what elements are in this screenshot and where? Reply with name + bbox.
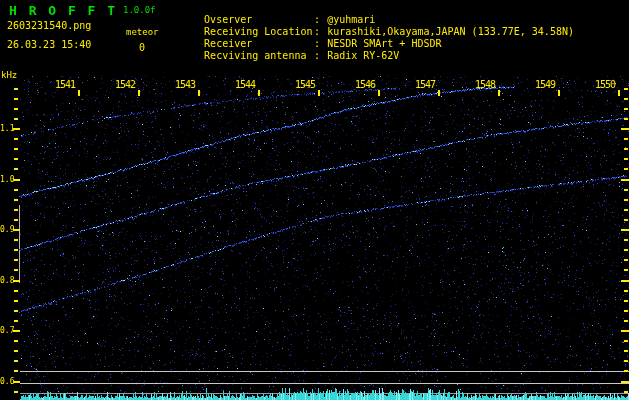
freq-tick-label: 0.6 bbox=[0, 377, 14, 386]
time-tick-label: 1543 bbox=[172, 79, 198, 90]
station-row-observer: Ovserver:@yuhmari bbox=[180, 3, 375, 14]
freq-axis-unit: kHz bbox=[1, 70, 17, 80]
time-tick-label: 1550 bbox=[592, 79, 618, 90]
freq-tick-label: 0.8 bbox=[0, 276, 14, 285]
freq-tick-label: 1.1 bbox=[0, 124, 14, 133]
app-title: H R O F F T bbox=[9, 3, 117, 18]
time-tick-label: 1549 bbox=[532, 79, 558, 90]
station-label: Recviving antenna bbox=[204, 50, 314, 61]
freq-tick-label: 1.0 bbox=[0, 175, 14, 184]
time-tick-label: 1546 bbox=[352, 79, 378, 90]
time-tick-label: 1545 bbox=[292, 79, 318, 90]
meteor-count-label: meteor bbox=[126, 27, 159, 37]
station-row-location: Receiving Location:kurashiki,Okayama,JAP… bbox=[180, 15, 574, 26]
time-tick-label: 1548 bbox=[472, 79, 498, 90]
app-version: 1.0.0f bbox=[123, 5, 156, 15]
station-value: Radix RY-62V bbox=[327, 50, 399, 61]
station-row-antenna: Recviving antenna:Radix RY-62V bbox=[180, 39, 399, 50]
freq-tick-label: 0.9 bbox=[0, 225, 14, 234]
time-tick-label: 1541 bbox=[52, 79, 78, 90]
time-tick-label: 1542 bbox=[112, 79, 138, 90]
hrofft-window: H R O F F T 1.0.0f 2603231540.png meteor… bbox=[0, 0, 629, 400]
freq-tick-label: 0.7 bbox=[0, 326, 14, 335]
capture-datetime: 26.03.23 15:40 bbox=[7, 39, 91, 50]
station-row-receiver: Receiver:NESDR SMArt + HDSDR bbox=[180, 27, 442, 38]
capture-filename: 2603231540.png bbox=[7, 20, 91, 31]
meteor-count-value: 0 bbox=[139, 42, 145, 53]
station-separator: : bbox=[314, 50, 320, 61]
time-tick-label: 1544 bbox=[232, 79, 258, 90]
time-tick-label: 1547 bbox=[412, 79, 438, 90]
